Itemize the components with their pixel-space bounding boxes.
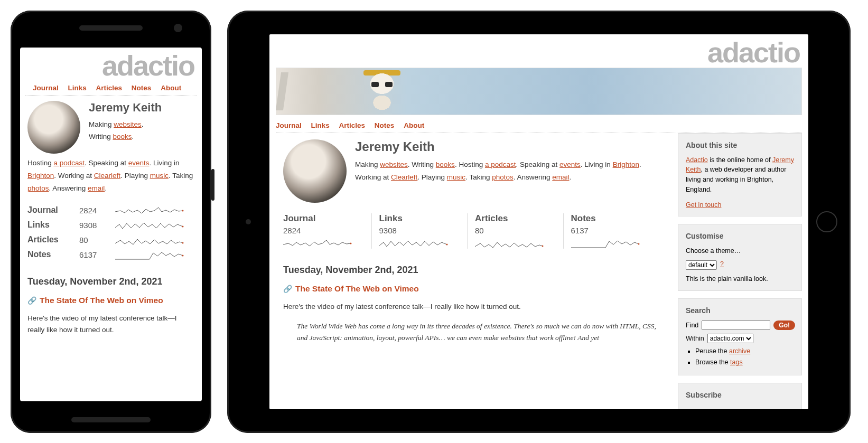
widget-about: About this site Adactio is the online ho… <box>678 133 802 217</box>
tablet-frame: adactio Journal Links Articles Notes Abo… <box>227 11 851 433</box>
stat-journal[interactable]: Journal 2824 <box>283 213 371 249</box>
nav-articles[interactable]: Articles <box>96 84 123 92</box>
tablet-home-button[interactable] <box>816 211 837 232</box>
nav-links[interactable]: Links <box>311 121 330 129</box>
link-brighton[interactable]: Brighton <box>613 161 639 168</box>
archive-list-item: Peruse the archive <box>695 346 794 356</box>
stat-links[interactable]: Links 9308 <box>27 219 194 231</box>
sparkline-articles <box>475 237 556 249</box>
post-date: Tuesday, November 2nd, 2021 <box>283 265 659 276</box>
post-quote: The World Wide Web has come a long way i… <box>283 321 659 343</box>
tablet-screen: adactio Journal Links Articles Notes Abo… <box>269 34 808 409</box>
bio-line-1: Making websites. <box>89 119 162 131</box>
link-podcast[interactable]: a podcast <box>54 159 85 167</box>
permalink-icon[interactable]: 🔗 <box>283 285 292 293</box>
nav-journal[interactable]: Journal <box>33 84 59 92</box>
stat-links[interactable]: Links 9308 <box>371 213 468 249</box>
sparkline-notes <box>571 237 652 249</box>
link-podcast[interactable]: a podcast <box>485 161 516 168</box>
sparkline-links <box>379 237 460 249</box>
widget-customise: Customise Choose a theme… default ? This… <box>678 224 802 291</box>
bio-text: Making websites. Writing books. Hosting … <box>355 158 659 184</box>
svg-point-3 <box>182 255 184 257</box>
post-title-link[interactable]: The State Of The Web on Vimeo <box>295 284 419 294</box>
main-nav: Journal Links Articles Notes About <box>25 81 197 96</box>
phone-home-bar <box>71 417 151 422</box>
svg-point-7 <box>638 243 639 244</box>
sparkline-notes <box>115 249 194 260</box>
link-websites[interactable]: websites <box>114 120 142 128</box>
link-brighton[interactable]: Brighton <box>27 172 54 180</box>
nav-about[interactable]: About <box>161 84 181 92</box>
stats-block: Journal 2824 Links 9308 Articles 80 Note… <box>27 204 194 260</box>
find-label: Find <box>686 321 698 331</box>
choose-theme-label: Choose a theme… <box>686 246 794 256</box>
site-logo[interactable]: adactio <box>20 48 202 81</box>
theme-select[interactable]: default <box>686 260 717 270</box>
phone-side-button <box>211 169 214 201</box>
link-email[interactable]: email <box>552 173 569 181</box>
site-logo[interactable]: adactio <box>269 34 808 68</box>
link-books[interactable]: books <box>113 133 132 140</box>
phone-speaker <box>79 25 143 31</box>
link-tags[interactable]: tags <box>730 359 743 366</box>
nav-journal[interactable]: Journal <box>276 121 302 129</box>
link-adactio[interactable]: Adactio <box>686 156 708 164</box>
nav-articles[interactable]: Articles <box>339 121 366 129</box>
post-title-link[interactable]: The State Of The Web on Vimeo <box>40 296 163 305</box>
link-contact[interactable]: Get in touch <box>686 201 721 209</box>
theme-description: This is the plain vanilla look. <box>686 274 794 284</box>
bio-line-2: Writing books. <box>89 131 162 143</box>
theme-help-link[interactable]: ? <box>720 259 724 269</box>
stat-articles[interactable]: Articles 80 <box>467 213 563 249</box>
link-clearleft[interactable]: Clearleft <box>94 172 120 180</box>
sparkline-links <box>115 219 194 231</box>
widget-subscribe: Subscribe <box>678 383 802 409</box>
link-books[interactable]: books <box>436 161 455 168</box>
link-music[interactable]: music <box>150 172 169 180</box>
permalink-icon[interactable]: 🔗 <box>27 296 36 305</box>
bio-rest: Hosting a podcast. Speaking at events. L… <box>27 157 194 195</box>
avatar <box>283 139 347 203</box>
tablet-camera <box>246 219 251 224</box>
link-clearleft[interactable]: Clearleft <box>391 173 417 181</box>
link-websites[interactable]: websites <box>380 161 408 168</box>
phone-frame: adactio Journal Links Articles Notes Abo… <box>11 11 211 433</box>
link-events[interactable]: events <box>128 159 150 167</box>
nav-notes[interactable]: Notes <box>132 84 152 92</box>
svg-point-4 <box>350 242 352 244</box>
sidebar: About this site Adactio is the online ho… <box>678 133 802 409</box>
banner-figure <box>356 67 408 115</box>
phone-camera <box>174 24 182 32</box>
link-photos[interactable]: photos <box>27 184 49 192</box>
within-select[interactable]: adactio.com <box>707 334 753 343</box>
svg-point-1 <box>182 226 184 228</box>
customise-heading: Customise <box>686 231 794 242</box>
svg-point-0 <box>182 210 184 212</box>
link-email[interactable]: email <box>88 184 105 192</box>
link-archive[interactable]: archive <box>729 347 750 355</box>
main-nav: Journal Links Articles Notes About <box>276 118 802 133</box>
svg-point-2 <box>182 242 184 244</box>
nav-links[interactable]: Links <box>68 84 87 92</box>
nav-about[interactable]: About <box>404 121 424 129</box>
link-events[interactable]: events <box>559 161 581 168</box>
link-photos[interactable]: photos <box>492 173 514 181</box>
nav-notes[interactable]: Notes <box>375 121 395 129</box>
author-name: Jeremy Keith <box>89 101 162 115</box>
header-banner <box>276 68 802 115</box>
svg-point-5 <box>446 243 447 245</box>
sparkline-journal <box>115 204 194 216</box>
search-input[interactable] <box>702 321 770 330</box>
search-go-button[interactable]: Go! <box>773 321 795 330</box>
stat-articles[interactable]: Articles 80 <box>27 234 194 246</box>
phone-screen: adactio Journal Links Articles Notes Abo… <box>20 48 202 401</box>
post-excerpt: Here's the video of my latest conference… <box>283 301 659 313</box>
subscribe-heading: Subscribe <box>686 390 794 401</box>
link-music[interactable]: music <box>447 173 465 181</box>
stat-notes[interactable]: Notes 6137 <box>27 249 194 260</box>
stat-notes[interactable]: Notes 6137 <box>563 213 659 249</box>
tags-list-item: Browse the tags <box>695 357 794 367</box>
stat-journal[interactable]: Journal 2824 <box>27 204 194 216</box>
post-excerpt: Here's the video of my latest conference… <box>27 313 194 335</box>
